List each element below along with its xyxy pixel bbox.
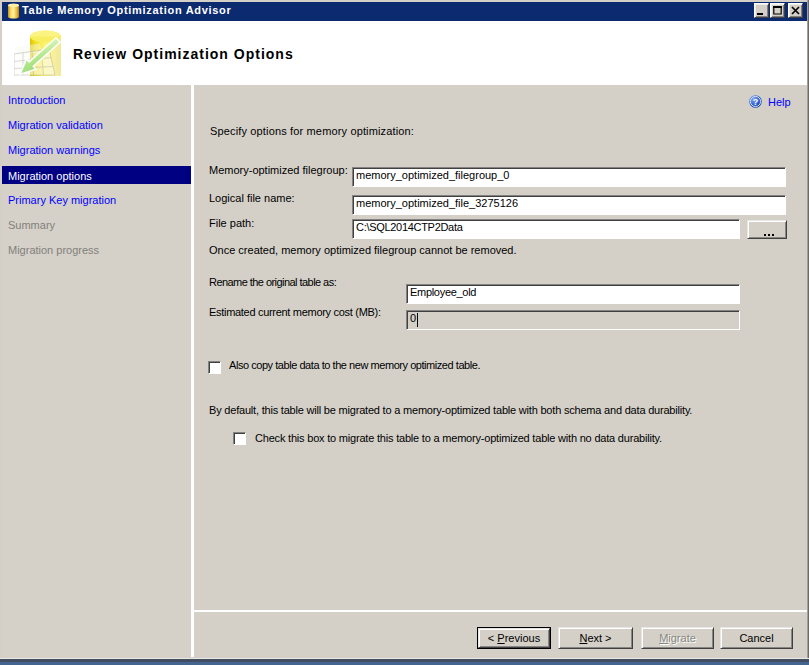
svg-text:?: ? — [753, 97, 759, 107]
